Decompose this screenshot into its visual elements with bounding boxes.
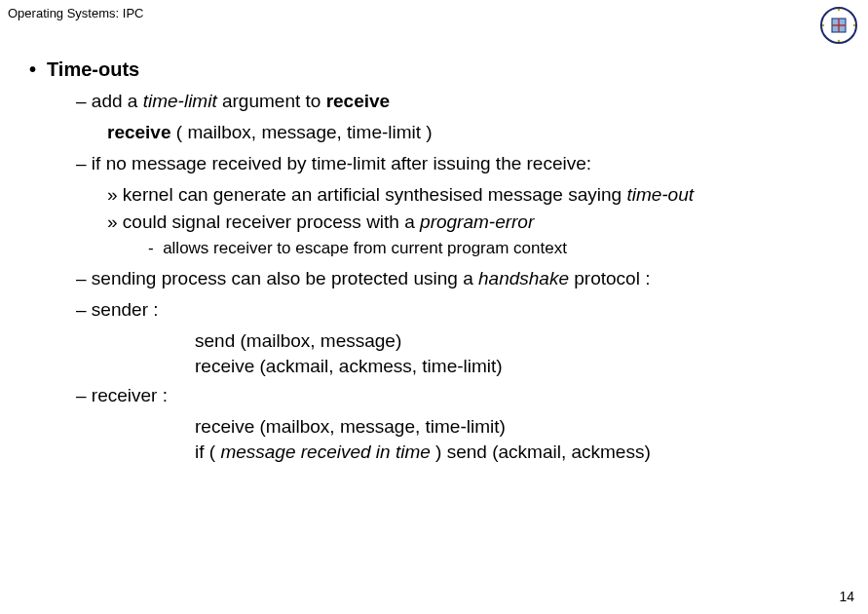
line-sender-label: – sender : <box>76 299 839 321</box>
text: if no message received by time-limit aft… <box>92 153 591 173</box>
text-ital: time-limit <box>143 91 217 111</box>
svg-point-4 <box>838 9 840 11</box>
bullet: • <box>29 58 47 81</box>
dash: – <box>76 153 87 173</box>
text: argument to <box>217 91 326 111</box>
dash: – <box>76 91 87 111</box>
slide-content: •Time-outs – add a time-limit argument t… <box>29 58 839 471</box>
text: could signal receiver process with a <box>123 211 420 232</box>
text-ital: program-error <box>420 211 534 232</box>
dash: – <box>76 299 87 320</box>
text: if ( <box>195 441 220 462</box>
text-bold: receive <box>326 91 391 111</box>
text: kernel can generate an artificial synthe… <box>123 184 627 205</box>
receiver-if-send: if ( message received in time ) send (ac… <box>195 441 839 463</box>
dq: » <box>107 184 118 205</box>
line-receiver-label: – receiver : <box>76 385 839 406</box>
sender-send: send (mailbox, message) <box>195 330 839 352</box>
text-ital: handshake <box>478 268 569 288</box>
svg-point-5 <box>853 24 855 26</box>
sender-receive: receive (ackmail, ackmess, time-limit) <box>195 356 839 377</box>
text: add a <box>92 91 143 111</box>
svg-point-7 <box>822 24 824 26</box>
text: receiver : <box>92 385 168 405</box>
line-kernel-generate: » kernel can generate an artificial synt… <box>107 184 839 206</box>
line-handshake: – sending process can also be protected … <box>76 268 839 289</box>
slide-header: Operating Systems: IPC <box>8 6 143 20</box>
heading-text: Time-outs <box>47 58 139 80</box>
page-number: 14 <box>839 589 854 604</box>
line-add-timelimit: – add a time-limit argument to receive <box>76 91 839 112</box>
university-crest-icon <box>819 6 858 45</box>
text: ) send (ackmail, ackmess) <box>431 441 651 462</box>
receive-signature: receive ( mailbox, message, time-limit ) <box>107 122 839 143</box>
text-ital: message received in time <box>220 441 430 462</box>
dash: – <box>76 268 87 288</box>
text: sender : <box>92 299 159 320</box>
heading-timeouts: •Time-outs <box>29 58 839 81</box>
text-ital: time-out <box>626 184 694 205</box>
line-escape-context: - allows receiver to escape from current… <box>148 239 839 258</box>
text: allows receiver to escape from current p… <box>163 239 567 257</box>
recv-kw: receive <box>107 122 171 142</box>
svg-point-6 <box>838 40 840 42</box>
receiver-receive: receive (mailbox, message, time-limit) <box>195 416 839 438</box>
dq: » <box>107 211 118 232</box>
text: sending process can also be protected us… <box>92 268 478 288</box>
line-if-no-message: – if no message received by time-limit a… <box>76 153 839 174</box>
dash: – <box>76 385 87 405</box>
recv-args: ( mailbox, message, time-limit ) <box>171 122 433 142</box>
text: protocol : <box>569 268 650 288</box>
line-signal-receiver: » could signal receiver process with a p… <box>107 211 839 233</box>
dash: - <box>148 239 154 257</box>
